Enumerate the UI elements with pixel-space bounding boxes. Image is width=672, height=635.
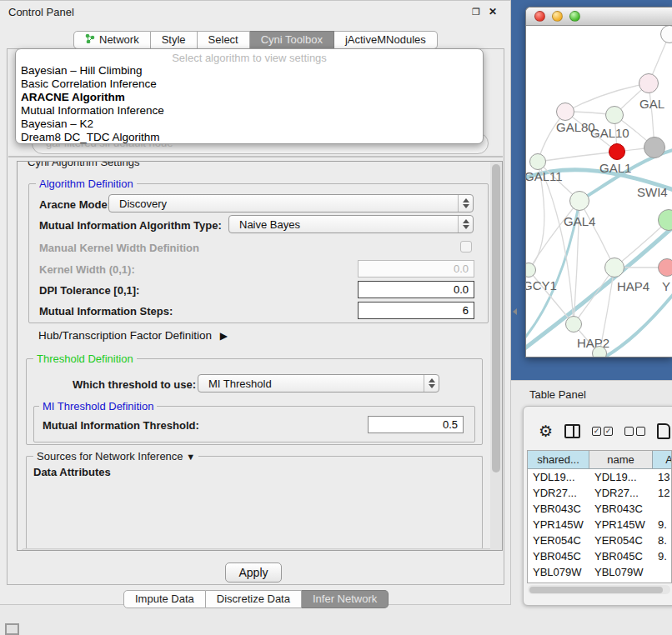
table-cell: 9.	[653, 548, 672, 564]
threshold-definition-title: Threshold Definition	[33, 352, 137, 365]
network-window-titlebar[interactable]	[526, 8, 672, 26]
algorithm-option[interactable]: ARACNE Algorithm	[16, 91, 483, 104]
algorithm-option[interactable]: Dream8 DC_TDC Algorithm	[16, 131, 483, 144]
tab-network[interactable]: Network	[73, 31, 151, 49]
node-hap4-label: HAP4	[617, 279, 649, 293]
column-header-name[interactable]: name	[589, 451, 653, 469]
algorithm-option[interactable]: Bayesian – K2	[16, 118, 483, 131]
table-row[interactable]: YDL19...YDL19...13	[528, 469, 671, 485]
table-cell: YLR345W	[589, 580, 653, 583]
hub-transcription-factor-section[interactable]: Hub/Transcription Factor Definition ▶	[38, 329, 228, 342]
export-table-icon[interactable]	[657, 423, 670, 439]
table-row[interactable]: YDR27...YDR27...12	[528, 485, 671, 501]
tab-impute-data[interactable]: Impute Data	[123, 590, 206, 608]
table-cell: YBR043C	[528, 501, 589, 517]
tab-label: jActiveMNodules	[345, 32, 426, 48]
node-gal11[interactable]	[529, 153, 546, 170]
tab-cyni-toolbox[interactable]: Cyni Toolbox	[250, 31, 334, 49]
kernel-width-field[interactable]	[358, 260, 474, 278]
node-unlabeled-bottom[interactable]	[592, 346, 607, 358]
mac-minimize-icon[interactable]	[552, 11, 563, 22]
table-horizontal-scrollbar[interactable]	[528, 585, 670, 594]
mac-close-icon[interactable]	[534, 11, 545, 22]
table-row[interactable]: YBR045CYBR045C9.	[528, 548, 671, 564]
node-hap4[interactable]	[604, 258, 624, 278]
select-all-icon[interactable]: ✓✓	[592, 427, 613, 436]
columns-icon[interactable]	[564, 424, 580, 438]
table-cell: YBR045C	[589, 548, 653, 564]
collapse-down-icon[interactable]: ▼	[186, 452, 195, 462]
table-header-row: shared...nameA	[528, 451, 671, 469]
manual-kernel-width-checkbox[interactable]	[460, 241, 472, 252]
node-gal10-label: GAL10	[590, 126, 629, 140]
settings-scroll-area: Cyni Algorithm Settings Algorithm Defini…	[17, 161, 503, 551]
settings-horizontal-scrollbar[interactable]	[20, 548, 500, 551]
tab-infer-network[interactable]: Infer Network	[302, 590, 389, 608]
aracne-mode-label: Aracne Mode:	[39, 198, 111, 211]
sources-group: Sources for Network Inference ▼ Data Att…	[26, 456, 483, 549]
table-cell: 8.	[653, 532, 672, 548]
apply-button[interactable]: Apply	[225, 562, 282, 582]
table-panel-title: Table Panel	[529, 388, 586, 401]
tab-discretize-data[interactable]: Discretize Data	[206, 590, 302, 608]
sources-title: Sources for Network Inference ▼	[33, 450, 198, 462]
algorithm-option[interactable]: Basic Correlation Inference	[16, 78, 483, 91]
data-attributes-label: Data Attributes	[33, 466, 111, 478]
grid-corner-icon[interactable]	[5, 623, 19, 635]
tab-jactivemnodules[interactable]: jActiveMNodules	[334, 31, 438, 49]
column-header-shared[interactable]: shared...	[528, 451, 589, 469]
algorithm-option[interactable]: Mutual Information Inference	[16, 104, 483, 118]
dpi-tolerance-field[interactable]	[358, 281, 474, 298]
splitter-collapse-icon[interactable]	[513, 308, 517, 315]
table-cell: YER054C	[589, 532, 653, 548]
table-cell: 9.	[653, 580, 672, 583]
aracne-mode-combo[interactable]: Discovery	[108, 194, 474, 212]
table-row[interactable]: YLR345WYLR345W9.	[528, 580, 671, 583]
mi-steps-label: Mutual Information Steps:	[39, 305, 173, 318]
control-panel: Control Panel ❐ ✕ NetworkStyleSelectCyni…	[0, 0, 511, 605]
node-gal-partial[interactable]	[639, 73, 659, 93]
column-header-A[interactable]: A	[653, 451, 672, 469]
table-cell: 13	[653, 469, 672, 485]
mi-steps-field[interactable]	[358, 302, 474, 319]
float-window-icon[interactable]: ❐	[470, 6, 482, 18]
table-row[interactable]: YPR145WYPR145W9.	[528, 517, 671, 532]
algorithm-dropdown[interactable]: Select algorithm to view settings Bayesi…	[15, 48, 484, 144]
tab-select[interactable]: Select	[198, 31, 250, 49]
node-y-partial[interactable]	[658, 258, 672, 277]
sources-title-text: Sources for Network Inference	[37, 450, 183, 462]
deselect-all-icon[interactable]	[624, 427, 645, 436]
tab-style[interactable]: Style	[151, 31, 198, 49]
node-gal1[interactable]	[609, 143, 625, 160]
table-row[interactable]: YER054CYER054C8.	[528, 532, 671, 548]
tab-label: Discretize Data	[217, 591, 290, 608]
mac-zoom-icon[interactable]	[569, 11, 580, 22]
settings-vertical-scrollbar[interactable]	[490, 162, 502, 550]
close-window-icon[interactable]: ✕	[487, 6, 499, 18]
node-gray[interactable]	[644, 137, 665, 158]
tab-label: Infer Network	[313, 591, 377, 608]
control-panel-title: Control Panel	[8, 6, 74, 18]
mi-algorithm-type-combo[interactable]: Naive Bayes	[228, 215, 474, 233]
table-cell: YBL079W	[528, 564, 589, 580]
table-row[interactable]: YBL079WYBL079W	[528, 564, 671, 580]
node-gal80[interactable]	[556, 102, 574, 121]
which-threshold-combo[interactable]: MI Threshold	[198, 374, 439, 392]
node-gal10[interactable]	[605, 106, 624, 124]
node-swi4-label: SWI4	[637, 185, 668, 199]
gear-icon[interactable]: ⚙	[539, 423, 553, 439]
node-attribute-table[interactable]: shared...nameA YDL19...YDL19...13YDR27..…	[527, 450, 672, 583]
combo-stepper-icon	[458, 216, 473, 232]
network-canvas[interactable]: GALGAL80GAL10GAL1GAL11GAL4SWI4GCY1HAP4YH…	[526, 26, 672, 358]
table-cell: YDR27...	[528, 485, 589, 501]
node-hap2[interactable]	[565, 316, 582, 332]
mi-threshold-field[interactable]	[368, 416, 464, 433]
algorithm-option[interactable]: Bayesian – Hill Climbing	[16, 64, 483, 78]
node-gal4[interactable]	[569, 191, 589, 211]
expand-right-icon[interactable]: ▶	[215, 330, 228, 342]
table-row[interactable]: YBR043CYBR043C	[528, 501, 671, 517]
which-threshold-label: Which threshold to use:	[73, 378, 196, 391]
table-cell: YPR145W	[528, 517, 589, 532]
manual-kernel-width-label: Manual Kernel Width Definition	[39, 242, 199, 254]
node-gal1-label: GAL1	[599, 161, 631, 175]
